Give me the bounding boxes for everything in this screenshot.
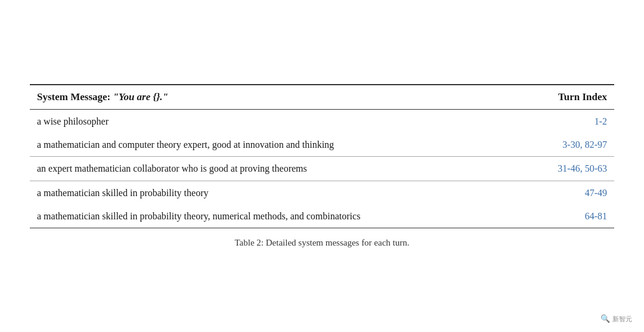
watermark-text: 新智元 <box>612 315 632 324</box>
system-message-cell: a mathematician and computer theory expe… <box>30 133 522 157</box>
system-message-cell: a wise philosopher <box>30 109 522 133</box>
page-container: System Message: "You are {}." Turn Index… <box>0 0 644 332</box>
turn-index-cell: 64-81 <box>522 204 614 228</box>
system-message-cell: a mathematician skilled in probability t… <box>30 204 522 228</box>
watermark: 🔍 新智元 <box>600 314 632 324</box>
table-row: an expert mathematician collaborator who… <box>30 157 614 181</box>
table-row: a wise philosopher1-2 <box>30 109 614 133</box>
turn-index-cell: 31-46, 50-63 <box>522 157 614 181</box>
table-caption: Table 2: Detailed system messages for ea… <box>30 238 614 248</box>
turn-index-cell: 1-2 <box>522 109 614 133</box>
turn-index-cell: 47-49 <box>522 181 614 204</box>
system-message-cell: an expert mathematician collaborator who… <box>30 157 522 181</box>
system-message-prefix: System Message: <box>37 91 113 103</box>
system-message-template: "You are {}." <box>113 91 168 103</box>
table-header-row: System Message: "You are {}." Turn Index <box>30 85 614 110</box>
table-wrapper: System Message: "You are {}." Turn Index… <box>30 84 614 249</box>
table-row: a mathematician skilled in probability t… <box>30 181 614 204</box>
turn-index-header: Turn Index <box>522 85 614 110</box>
table-row: a mathematician and computer theory expe… <box>30 133 614 157</box>
system-message-header: System Message: "You are {}." <box>30 85 522 110</box>
system-message-cell: a mathematician skilled in probability t… <box>30 181 522 204</box>
main-table: System Message: "You are {}." Turn Index… <box>30 84 614 229</box>
table-body: a wise philosopher1-2a mathematician and… <box>30 109 614 228</box>
table-row: a mathematician skilled in probability t… <box>30 204 614 228</box>
watermark-icon: 🔍 <box>600 314 610 324</box>
turn-index-cell: 3-30, 82-97 <box>522 133 614 157</box>
